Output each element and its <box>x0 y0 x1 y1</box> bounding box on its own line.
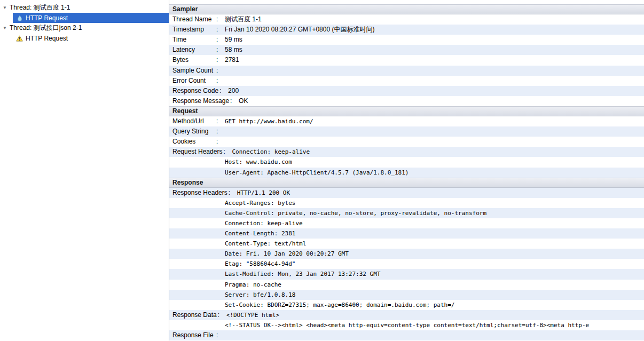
field-row: Host: www.baidu.com <box>169 157 644 167</box>
field-label: Response Data <box>172 310 218 320</box>
field-value: Content-Length: 2381 <box>225 228 644 239</box>
field-row: Response File: <box>169 330 644 340</box>
field-label: Cookies <box>172 137 216 147</box>
field-separator: : <box>230 96 239 106</box>
field-separator: : <box>216 14 225 25</box>
field-label: Method/Url <box>172 116 216 126</box>
field-row: Etag: "588604c4-94d" <box>169 259 644 269</box>
field-value: HTTP/1.1 200 OK <box>237 188 644 198</box>
field-row: Accept-Ranges: bytes <box>169 198 644 208</box>
tree-node-label: HTTP Request <box>25 14 68 22</box>
field-separator: : <box>216 330 225 340</box>
field-row: Content-Type: text/html <box>169 239 644 249</box>
field-row: Server: bfe/1.0.8.18 <box>169 290 644 300</box>
field-row: Thread Name:测试百度 1-1 <box>169 14 644 25</box>
field-value: 59 ms <box>225 35 644 45</box>
field-label: Sample Count <box>172 66 216 76</box>
field-label: Response Message <box>172 96 230 106</box>
warning-icon <box>15 35 23 42</box>
field-label: Query String <box>172 126 216 137</box>
field-row: Cookies: <box>169 137 644 147</box>
tree-node-label: HTTP Request <box>25 35 68 42</box>
sampler-result-panel: SamplerThread Name:测试百度 1-1Timestamp:Fri… <box>169 0 644 341</box>
field-row: Pragma: no-cache <box>169 280 644 290</box>
field-value: <!--STATUS OK--><html> <head><meta http-… <box>225 320 644 330</box>
field-value: Host: www.baidu.com <box>225 157 644 167</box>
field-value: Server: bfe/1.0.8.18 <box>225 290 644 300</box>
field-row: User-Agent: Apache-HttpClient/4.5.7 (Jav… <box>169 168 644 178</box>
field-row: Response Data:<!DOCTYPE html> <box>169 310 644 320</box>
field-value: User-Agent: Apache-HttpClient/4.5.7 (Jav… <box>225 168 644 178</box>
field-separator: : <box>216 66 225 76</box>
field-value: Last-Modified: Mon, 23 Jan 2017 13:27:32… <box>225 269 644 279</box>
field-label: Thread Name <box>172 14 216 25</box>
field-label: Time <box>172 35 216 45</box>
field-value: Connection: keep-alive <box>232 147 644 157</box>
field-separator: : <box>216 45 225 55</box>
field-row: Set-Cookie: BDORZ=27315; max-age=86400; … <box>169 300 644 310</box>
field-value: 2781 <box>225 55 644 65</box>
section-header: Request <box>169 106 644 116</box>
field-value: Accept-Ranges: bytes <box>225 198 644 208</box>
field-row: Request Headers:Connection: keep-alive <box>169 147 644 157</box>
field-value: Cache-Control: private, no-cache, no-sto… <box>225 208 644 218</box>
field-label: Request Headers <box>172 147 223 157</box>
field-value: OK <box>239 96 644 106</box>
field-row: Response Headers:HTTP/1.1 200 OK <box>169 188 644 198</box>
field-label: Response File <box>172 330 216 340</box>
field-row: Response Code:200 <box>169 86 644 96</box>
field-row: Sample Count: <box>169 66 644 76</box>
field-row: Date: Fri, 10 Jan 2020 00:20:27 GMT <box>169 249 644 259</box>
field-label: Timestamp <box>172 25 216 35</box>
field-label: Error Count <box>172 76 216 86</box>
results-tree: ▼Thread: 测试百度 1-1HTTP Request▼Thread: 测试… <box>0 0 169 341</box>
field-row: Query String: <box>169 126 644 137</box>
section-header: Response <box>169 178 644 188</box>
tree-node-http-request[interactable]: HTTP Request <box>0 33 169 43</box>
field-value: 测试百度 1-1 <box>225 14 644 25</box>
field-row: Content-Length: 2381 <box>169 228 644 239</box>
tree-node-label: Thread: 测试接口json 2-1 <box>9 23 82 33</box>
field-value: Date: Fri, 10 Jan 2020 00:20:27 GMT <box>225 249 644 259</box>
field-value: 58 ms <box>225 45 644 55</box>
field-value: Connection: keep-alive <box>225 218 644 228</box>
field-row: Cache-Control: private, no-cache, no-sto… <box>169 208 644 218</box>
field-value: Etag: "588604c4-94d" <box>225 259 644 269</box>
jmeter-results-window: ▼Thread: 测试百度 1-1HTTP Request▼Thread: 测试… <box>0 0 644 341</box>
field-label: Response Headers <box>172 188 229 198</box>
disclosure-triangle-icon[interactable]: ▼ <box>3 5 9 10</box>
field-row: Method/Url:GET http://www.baidu.com/ <box>169 116 644 126</box>
field-row: Time:59 ms <box>169 35 644 45</box>
field-label: Latency <box>172 45 216 55</box>
field-separator: : <box>218 310 226 320</box>
field-value: Fri Jan 10 2020 08:20:27 GMT+0800 (中国标准时… <box>225 25 644 35</box>
field-label: Response Code <box>172 86 219 96</box>
section-header: Sampler <box>169 4 644 14</box>
field-separator: : <box>223 147 232 157</box>
field-separator: : <box>216 35 225 45</box>
field-separator: : <box>216 126 225 137</box>
tree-node-thread[interactable]: ▼Thread: 测试接口json 2-1 <box>0 23 169 33</box>
field-row: Timestamp:Fri Jan 10 2020 08:20:27 GMT+0… <box>169 25 644 35</box>
field-value: 200 <box>228 86 644 96</box>
field-row: <!--STATUS OK--><html> <head><meta http-… <box>169 320 644 330</box>
field-row: Latency:58 ms <box>169 45 644 55</box>
tree-node-http-request[interactable]: HTTP Request <box>13 13 169 23</box>
field-separator: : <box>229 188 237 198</box>
field-separator: : <box>216 76 225 86</box>
field-value: GET http://www.baidu.com/ <box>225 116 644 126</box>
field-value: Content-Type: text/html <box>225 239 644 249</box>
tree-node-thread[interactable]: ▼Thread: 测试百度 1-1 <box>0 3 169 13</box>
field-separator: : <box>216 137 225 147</box>
field-label: Bytes <box>172 55 216 65</box>
field-value: Pragma: no-cache <box>225 280 644 290</box>
field-row: Bytes:2781 <box>169 55 644 65</box>
field-separator: : <box>219 86 228 96</box>
field-row: Last-Modified: Mon, 23 Jan 2017 13:27:32… <box>169 269 644 279</box>
field-value: Set-Cookie: BDORZ=27315; max-age=86400; … <box>225 300 644 310</box>
tree-node-label: Thread: 测试百度 1-1 <box>9 3 70 12</box>
field-separator: : <box>216 25 225 35</box>
disclosure-triangle-icon[interactable]: ▼ <box>3 26 9 30</box>
field-row: Error Count: <box>169 76 644 86</box>
field-separator: : <box>216 116 225 126</box>
